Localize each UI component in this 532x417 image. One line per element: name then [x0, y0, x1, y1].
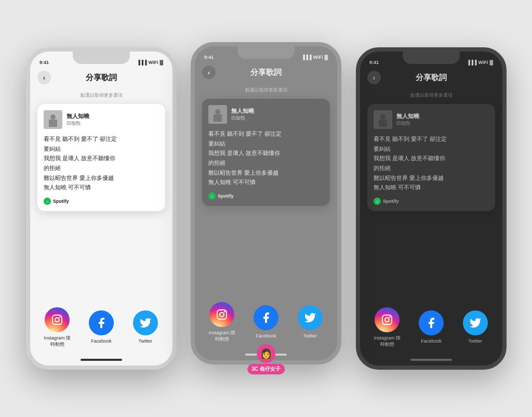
phone-gray: 9:41 ▐▐▐ WiFi ▓ ‹ 分享歌詞 點選以取得更多選項 [191, 42, 341, 364]
card-header-right: 無人知曉 田馥甄 [374, 110, 489, 129]
watermark-sub: 3C [251, 366, 260, 372]
share-twitter-left[interactable]: Twitter [127, 310, 164, 345]
content-left: 點選以取得更多選項 無人知曉 田馥甄 [30, 88, 172, 304]
share-bar-right: Instagram 限時動態 Facebook Twitter [360, 304, 502, 356]
nav-title-center: 分享歌詞 [250, 68, 282, 77]
lyrics-text-center: 看不見 聽不到 愛不了 卻注定要糾結我想我 是壞人 故意不聽懂你的拒絕難以昭告世… [208, 129, 324, 187]
lyrics-text-right: 看不見 聽不到 愛不了 卻注定要糾結我想我 是壞人 故意不聽懂你的拒絕難以昭告世… [374, 134, 489, 192]
share-bar-center: Instagram 限時動態 Facebook Twitter [195, 299, 337, 351]
phones-container: 9:41 ▐▐▐ WiFi ▓ ‹ 分享歌詞 點選以取得更多選項 [0, 0, 532, 417]
share-instagram-right[interactable]: Instagram 限時動態 [369, 307, 405, 347]
svg-rect-13 [379, 120, 387, 127]
share-twitter-right[interactable]: Twitter [457, 310, 494, 345]
nav-title-left: 分享歌詞 [86, 73, 117, 83]
spotify-logo-center: Spotify [208, 192, 324, 200]
facebook-icon-center [254, 305, 278, 330]
signal-icon: ▐▐▐ [137, 60, 147, 65]
song-artist-center: 田馥甄 [231, 115, 254, 122]
wifi-icon-c: WiFi [313, 55, 323, 60]
svg-point-14 [380, 114, 385, 120]
back-button-center[interactable]: ‹ [202, 66, 216, 79]
facebook-label-center: Facebook [256, 333, 276, 340]
song-title-right: 無人知曉 [396, 112, 419, 120]
spotify-logo-right: Spotify [374, 198, 489, 205]
share-instagram-center[interactable]: Instagram 限時動態 [204, 302, 240, 342]
facebook-label-right: Facebook [421, 338, 442, 345]
content-right: 點選以取得更多選項 無人知曉 田馥甄 [360, 88, 502, 304]
lyrics-text-left: 看不見 聽不到 愛不了 卻注定要糾結我想我 是壞人 故意不聽懂你的拒絕難以昭告世… [44, 134, 159, 192]
spotify-icon-center [208, 192, 216, 200]
spotify-logo-left: Spotify [44, 198, 159, 205]
home-bar-right [410, 359, 452, 361]
nav-title-right: 分享歌詞 [416, 73, 447, 83]
nav-bar-center: ‹ 分享歌詞 [195, 62, 337, 83]
battery-icon-r: ▓ [489, 60, 493, 65]
share-instagram-left[interactable]: Instagram 限時動態 [39, 307, 75, 347]
svg-point-2 [50, 114, 56, 120]
song-info-center: 無人知曉 田馥甄 [231, 107, 254, 122]
share-twitter-center[interactable]: Twitter [292, 305, 328, 340]
back-button-left[interactable]: ‹ [37, 71, 51, 84]
share-bar-left: Instagram 限時動態 Facebook Twitter [30, 304, 172, 356]
twitter-label-left: Twitter [138, 338, 152, 345]
svg-point-5 [59, 316, 61, 318]
album-art-center [208, 105, 227, 124]
instagram-label-left: Instagram 限時動態 [44, 335, 71, 347]
share-facebook-center[interactable]: Facebook [248, 305, 284, 340]
watermark-icon: 👩 [257, 344, 275, 363]
twitter-icon-right [463, 310, 488, 335]
album-art-left [44, 110, 62, 129]
facebook-label-left: Facebook [91, 338, 112, 345]
battery-icon-c: ▓ [324, 55, 328, 60]
svg-rect-1 [49, 120, 57, 127]
status-time-right: 9:41 [369, 60, 379, 65]
notch-right [403, 51, 460, 64]
instagram-icon-left [45, 307, 70, 332]
notch-left [73, 51, 130, 64]
svg-rect-7 [214, 114, 222, 122]
instagram-icon-right [375, 307, 400, 332]
spotify-icon-left [44, 198, 51, 205]
status-time-center: 9:41 [204, 55, 214, 60]
spotify-icon-right [374, 198, 381, 205]
back-button-right[interactable]: ‹ [367, 71, 381, 84]
twitter-label-center: Twitter [303, 333, 317, 340]
watermark-badge: 3C 俗仔女子 [247, 364, 285, 374]
twitter-label-right: Twitter [468, 338, 482, 345]
nav-bar-left: ‹ 分享歌詞 [30, 67, 172, 88]
instagram-icon-center [209, 302, 234, 327]
home-indicator-right [360, 356, 502, 366]
status-icons-left: ▐▐▐ WiFi ▓ [137, 60, 163, 65]
twitter-icon-center [298, 305, 323, 330]
phone-light: 9:41 ▐▐▐ WiFi ▓ ‹ 分享歌詞 點選以取得更多選項 [26, 47, 177, 370]
song-info-right: 無人知曉 田馥甄 [396, 112, 419, 127]
song-artist-right: 田馥甄 [396, 120, 419, 127]
lyrics-card-right: 無人知曉 田馥甄 看不見 聽不到 愛不了 卻注定要糾結我想我 是壞人 故意不聽懂… [367, 104, 495, 211]
instagram-label-center: Instagram 限時動態 [209, 330, 236, 342]
signal-icon-c: ▐▐▐ [301, 55, 311, 60]
tap-hint-center: 點選以取得更多選項 [245, 87, 287, 94]
nav-bar-right: ‹ 分享歌詞 [360, 67, 502, 88]
tap-hint-right: 點選以取得更多選項 [410, 92, 453, 99]
card-header-left: 無人知曉 田馥甄 [44, 110, 159, 129]
svg-point-11 [224, 311, 225, 312]
facebook-icon-right [419, 310, 444, 335]
svg-point-17 [389, 316, 391, 318]
song-title-left: 無人知曉 [66, 112, 89, 120]
song-info-left: 無人知曉 田馥甄 [66, 112, 89, 127]
status-time-left: 9:41 [39, 60, 49, 65]
share-facebook-right[interactable]: Facebook [413, 310, 449, 345]
svg-point-4 [55, 318, 59, 322]
lyrics-card-left: 無人知曉 田馥甄 看不見 聽不到 愛不了 卻注定要糾結我想我 是壞人 故意不聽懂… [37, 104, 165, 211]
notch-center [237, 46, 295, 59]
wifi-icon-r: WiFi [478, 60, 488, 65]
phone-dark: 9:41 ▐▐▐ WiFi ▓ ‹ 分享歌詞 點選以取得更多選項 [356, 47, 507, 370]
album-art-right [374, 110, 392, 129]
share-facebook-left[interactable]: Facebook [83, 310, 119, 345]
song-title-center: 無人知曉 [231, 107, 254, 115]
lyrics-card-center: 無人知曉 田馥甄 看不見 聽不到 愛不了 卻注定要糾結我想我 是壞人 故意不聽懂… [202, 99, 330, 206]
tap-hint-left: 點選以取得更多選項 [81, 92, 123, 99]
svg-point-10 [220, 312, 224, 317]
watermark-label: 俗仔女子 [260, 366, 281, 372]
home-indicator-left [30, 356, 172, 366]
